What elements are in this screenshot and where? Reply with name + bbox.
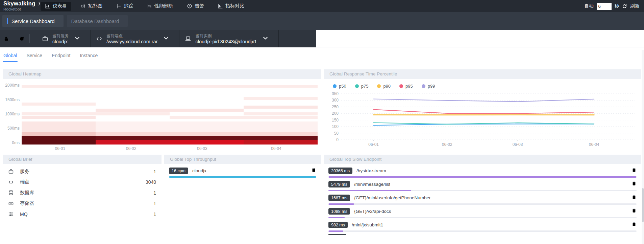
mq-icon xyxy=(8,211,14,217)
selector-1[interactable]: 当前服务cloudjx xyxy=(36,30,90,47)
panel-title: Global Top Throughput xyxy=(164,155,321,164)
heatmap-x-label: 06-04 xyxy=(271,146,281,151)
panel-title: Global Heatmap xyxy=(3,69,321,79)
legend-dot xyxy=(422,84,425,88)
seconds-label: 秒 xyxy=(615,3,619,9)
panel-title: Global Top Slow Endpoint xyxy=(324,155,641,164)
legend-item-p99[interactable]: p99 xyxy=(422,84,435,89)
brand[interactable]: Skywalking Rocketbot xyxy=(0,1,38,12)
chevron-down-icon xyxy=(262,35,269,41)
clipboard-icon[interactable] xyxy=(631,195,637,201)
selector-label: 当前实例 xyxy=(195,34,212,38)
svg-text:50: 50 xyxy=(334,131,339,136)
legend-item-p95[interactable]: p95 xyxy=(399,84,413,89)
heatmap-band xyxy=(170,140,244,145)
lock-icon[interactable] xyxy=(3,36,9,42)
top-nav: Skywalking Rocketbot 仪表盘拓扑图追踪性能剖析告警指标对比 … xyxy=(0,0,644,12)
tab-instance[interactable]: Instance xyxy=(80,53,98,62)
trace-icon xyxy=(116,3,121,9)
brief-list: 服务1端点3040数据库1存储器1MQ1 xyxy=(3,164,162,220)
dashboard-tab-label: Service Dashboard xyxy=(11,18,55,24)
nav-item-6[interactable]: 指标对比 xyxy=(213,2,249,11)
selector-value: cloudjx-pid:30243@cloudjx1 xyxy=(195,39,257,44)
selector-2[interactable]: 当前端点/www.yyjxcloud.com.rar xyxy=(91,30,179,47)
dashboard-tab-1[interactable]: Service Dashboard xyxy=(2,15,64,27)
tab-global[interactable]: Global xyxy=(3,53,17,62)
entry-name: cloudjx xyxy=(192,168,206,173)
cache-icon xyxy=(8,201,14,206)
brief-row-数据库: 数据库1 xyxy=(8,187,156,198)
heatmap-band xyxy=(22,132,96,136)
throughput-row: 16 cpmcloudjx xyxy=(169,164,316,178)
brief-row-存储器: 存储器1 xyxy=(8,198,156,209)
legend-dot xyxy=(333,84,337,88)
divider xyxy=(14,34,14,43)
dashboard-icon xyxy=(45,3,50,9)
clipboard-icon[interactable] xyxy=(631,168,637,174)
scrollbar-thumb[interactable] xyxy=(642,188,644,222)
refresh-button[interactable]: 刷新 xyxy=(630,3,639,9)
nav-item-label: 拓扑图 xyxy=(88,3,102,9)
endpoint-icon xyxy=(8,179,14,185)
brief-label: 存储器 xyxy=(20,200,34,206)
heatmap-band xyxy=(244,140,318,145)
brief-row-服务: 服务1 xyxy=(8,166,156,177)
nav-item-3[interactable]: 追踪 xyxy=(112,2,138,11)
brief-row-MQ: MQ1 xyxy=(8,209,156,220)
clipboard-icon[interactable] xyxy=(631,181,637,187)
scope-tabs: GlobalServiceEndpointInstance xyxy=(0,47,644,64)
entry-name: /mini/message/list xyxy=(354,182,390,187)
nav-item-label: 告警 xyxy=(195,3,204,9)
legend-label: p50 xyxy=(339,84,346,89)
legend-label: p95 xyxy=(405,84,413,89)
panel-global-brief: Global Brief 服务1端点3040数据库1存储器1MQ1 xyxy=(3,155,162,244)
dashboard-tab-2[interactable]: Database Dashboard xyxy=(67,15,128,27)
clipboard-icon[interactable] xyxy=(311,168,316,174)
entry-name: {GET}/mini/userinfo/getPhoneNumber xyxy=(354,195,431,200)
heatmap-band xyxy=(96,140,170,145)
selector-value: cloudjx xyxy=(52,39,68,44)
brief-value: 1 xyxy=(153,201,156,206)
svg-text:250: 250 xyxy=(332,105,339,109)
sync-icon[interactable] xyxy=(19,36,25,42)
database-icon xyxy=(8,190,14,196)
heatmap-x-label: 06-03 xyxy=(197,146,207,151)
heatmap-band xyxy=(170,116,318,119)
nav-item-2[interactable]: 拓扑图 xyxy=(76,2,107,11)
nav-item-5[interactable]: 告警 xyxy=(182,2,208,11)
brief-value: 1 xyxy=(153,212,156,217)
auto-label: 自动 xyxy=(585,3,594,9)
brief-value: 1 xyxy=(153,169,156,174)
chevron-down-icon xyxy=(74,35,80,41)
heatmap-y-label: 1000ms xyxy=(4,112,20,116)
toolbar-buttons xyxy=(0,34,36,43)
legend-item-p50[interactable]: p50 xyxy=(333,84,346,89)
brief-label: 数据库 xyxy=(20,190,34,196)
selector-3[interactable]: 当前实例cloudjx-pid:30243@cloudjx1 xyxy=(179,30,278,47)
legend-label: p75 xyxy=(361,84,369,89)
divider xyxy=(29,34,30,43)
vertical-scrollbar[interactable] xyxy=(642,50,644,244)
nav-item-4[interactable]: 性能剖析 xyxy=(142,2,178,11)
clipboard-icon[interactable] xyxy=(631,222,637,228)
legend-item-p90[interactable]: p90 xyxy=(377,84,391,89)
brief-value: 3040 xyxy=(146,179,156,185)
alarm-icon xyxy=(187,3,192,9)
tab-endpoint[interactable]: Endpoint xyxy=(52,53,70,62)
nav-item-label: 性能剖析 xyxy=(154,3,173,9)
svg-text:300: 300 xyxy=(332,98,339,103)
heatmap-band xyxy=(22,85,318,88)
clipboard-icon[interactable] xyxy=(631,208,637,215)
interval-input[interactable] xyxy=(597,3,612,10)
nav-item-1[interactable]: 仪表盘 xyxy=(41,2,71,11)
tab-service[interactable]: Service xyxy=(26,53,42,62)
heatmap-y-label: 1500ms xyxy=(4,97,20,102)
value-badge: 20365 ms xyxy=(328,168,352,174)
bar-fill xyxy=(169,176,316,178)
endpoint-icon xyxy=(96,36,102,42)
heatmap-band xyxy=(22,136,96,140)
panel-response-time-percentile: Global Response Time Percentile p50p75p9… xyxy=(324,69,641,151)
panel-top-throughput: Global Top Throughput 16 cpmcloudjx xyxy=(164,155,321,244)
legend-item-p75[interactable]: p75 xyxy=(355,84,369,89)
refresh-sync-icon[interactable] xyxy=(622,4,627,9)
